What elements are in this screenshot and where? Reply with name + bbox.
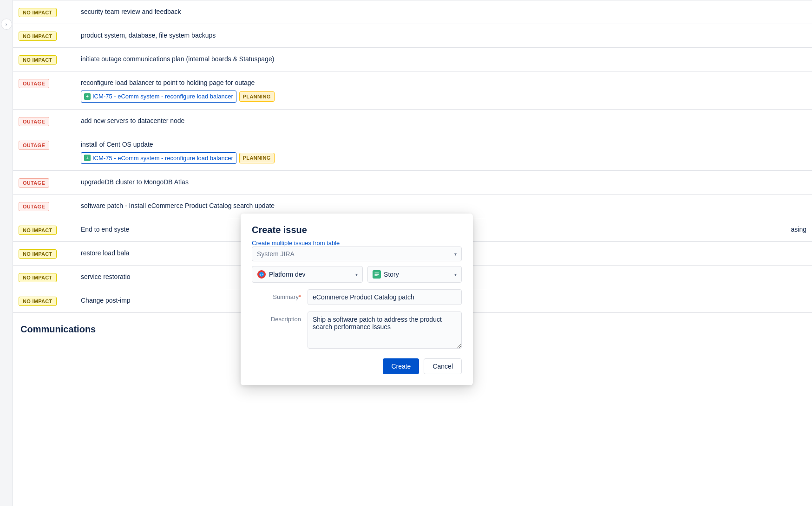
modal-footer: Create Cancel <box>252 358 462 374</box>
page-wrapper: › NO IMPACT security team review and fee… <box>0 0 812 506</box>
sidebar-panel: › <box>0 0 13 506</box>
create-button[interactable]: Create <box>383 358 419 374</box>
chevron-down-icon: ▾ <box>454 272 457 277</box>
system-jira-label: System JIRA <box>257 250 295 258</box>
project-select[interactable]: P Platform dev ▾ <box>252 266 363 283</box>
story-icon <box>373 270 381 279</box>
sidebar-toggle-button[interactable]: › <box>1 19 12 30</box>
create-issue-dialog: Create issue Create multiple issues from… <box>241 214 473 385</box>
description-field-row: Description Ship a software patch to add… <box>252 311 462 350</box>
modal-overlay: Create issue Create multiple issues from… <box>13 0 812 506</box>
modal-title: Create issue <box>252 225 462 235</box>
required-star: * <box>299 293 301 300</box>
issue-type-select-left: Story <box>373 270 399 279</box>
project-icon: P <box>257 270 266 279</box>
project-select-left: P Platform dev <box>257 270 306 279</box>
chevron-down-icon: ▾ <box>355 272 358 277</box>
issue-type-label: Story <box>384 271 399 278</box>
chevron-down-icon: ▾ <box>454 252 457 257</box>
create-multiple-link[interactable]: Create multiple issues from table <box>252 240 340 247</box>
project-label: Platform dev <box>269 271 306 278</box>
main-content: NO IMPACT security team review and feedb… <box>13 0 812 506</box>
system-jira-select[interactable]: System JIRA ▾ <box>252 247 462 261</box>
description-input-wrapper: Ship a software patch to address the pro… <box>308 311 462 350</box>
description-label: Description <box>252 311 308 323</box>
cancel-button[interactable]: Cancel <box>424 358 462 374</box>
project-issuetype-row: P Platform dev ▾ <box>252 266 462 283</box>
summary-input[interactable] <box>308 289 462 305</box>
summary-field-row: Summary* <box>252 289 462 305</box>
description-textarea[interactable]: Ship a software patch to address the pro… <box>308 311 462 349</box>
issue-type-select[interactable]: Story ▾ <box>367 266 462 283</box>
svg-text:P: P <box>260 273 263 277</box>
summary-label: Summary* <box>252 289 308 300</box>
chevron-right-icon: › <box>6 22 7 27</box>
summary-input-wrapper <box>308 289 462 305</box>
